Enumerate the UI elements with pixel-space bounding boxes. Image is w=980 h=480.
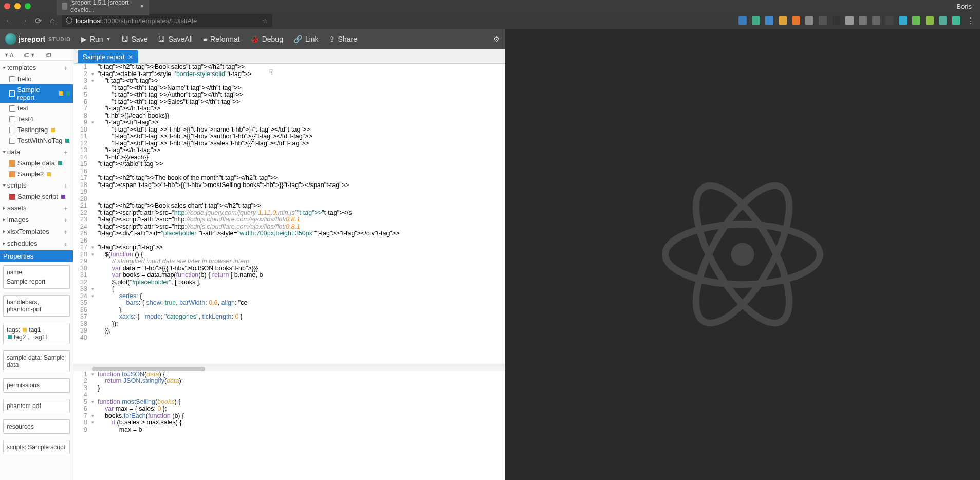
browser-tab[interactable]: jsreport 1.5.1 jsreport-develo... × [57, 0, 149, 15]
forward-button[interactable]: → [19, 15, 29, 26]
ext-icon[interactable] [899, 16, 907, 25]
ext-icon[interactable] [859, 16, 867, 25]
tree-item-testingtag[interactable]: Testingtag [0, 124, 73, 135]
ext-icon[interactable] [952, 16, 960, 25]
debug-button[interactable]: 🐞 Debug [250, 35, 283, 43]
sidebar-filter-tabs: ▼A 🏷▼ 🏷 [0, 49, 73, 61]
file-icon [9, 76, 15, 82]
caret-icon [3, 67, 6, 69]
tree-group-images[interactable]: images+ [0, 214, 73, 226]
profile-name[interactable]: Boris [956, 3, 972, 10]
address-bar[interactable]: ⓘ localhost:3000/studio/templates/HJlslf… [62, 14, 272, 27]
save-button[interactable]: 🖫 Save [121, 35, 148, 43]
prop-engine[interactable]: handlebars, phantom-pdf [3, 295, 70, 317]
cursor-icon: ☟ [269, 69, 273, 76]
file-icon [9, 116, 15, 122]
plus-icon[interactable]: + [64, 241, 70, 247]
tree-group-templates[interactable]: templates+ [0, 62, 73, 73]
plus-icon[interactable]: + [64, 229, 70, 235]
tree-item-hello[interactable]: hello [0, 73, 73, 84]
devtools-panel[interactable] [505, 29, 980, 480]
settings-button[interactable]: ⚙ [493, 35, 500, 43]
reformat-button[interactable]: ≡ Reformat [203, 35, 240, 43]
tree-group-schedules[interactable]: schedules+ [0, 237, 73, 249]
tree-group-assets[interactable]: assets+ [0, 202, 73, 214]
plus-icon[interactable]: + [64, 65, 70, 71]
tree-group-data[interactable]: data+ [0, 146, 73, 158]
prop-sampledata[interactable]: sample data: Sample data [3, 350, 70, 372]
close-tab-icon[interactable]: × [140, 3, 144, 10]
plus-icon[interactable]: + [64, 217, 70, 223]
back-button[interactable]: ← [4, 15, 14, 26]
tree-item-sample-data[interactable]: Sample data [0, 158, 73, 169]
home-button[interactable]: ⌂ [47, 15, 58, 26]
prop-permissions[interactable]: permissions [3, 378, 70, 393]
caret-icon [3, 184, 6, 187]
window-controls[interactable] [4, 3, 31, 9]
data-icon [9, 160, 15, 167]
filter-alpha[interactable]: ▼A [4, 52, 13, 58]
ext-icon[interactable] [832, 16, 840, 25]
editor-tab-sample-report[interactable]: Sample report ✕ [78, 50, 138, 63]
titlebar: jsreport 1.5.1 jsreport-develo... × Bori… [0, 0, 980, 12]
prop-phantom[interactable]: phantom pdf [3, 399, 70, 413]
tree-item-testwithnotag[interactable]: TestWithNoTag [0, 135, 73, 146]
svg-point-0 [731, 243, 754, 266]
maximize-window-icon[interactable] [25, 3, 31, 9]
file-icon [9, 90, 15, 97]
code-editor-helpers[interactable]: 1▾function toJSON(data) {2 return JSON.s… [73, 371, 505, 480]
tag-icon [58, 161, 62, 165]
file-icon [9, 127, 15, 133]
prop-tags[interactable]: tags: tag1, tag2, tag1l [3, 323, 70, 344]
plus-icon[interactable]: + [64, 182, 70, 189]
tag-icon [8, 335, 12, 339]
close-window-icon[interactable] [4, 3, 10, 9]
share-button[interactable]: ⇪ Share [329, 35, 357, 43]
close-icon[interactable]: ✕ [128, 53, 133, 61]
tree-group-scripts[interactable]: scripts+ [0, 179, 73, 191]
tag-icon [23, 328, 27, 332]
horizontal-scrollbar[interactable] [73, 367, 505, 371]
prop-name[interactable]: name Sample report [3, 265, 70, 289]
logo-icon [5, 33, 16, 45]
ext-icon[interactable] [779, 16, 787, 25]
tree-item-sample2[interactable]: Sample2 [0, 169, 73, 179]
menu-icon[interactable]: ⋮ [966, 15, 976, 26]
ext-icon[interactable] [926, 16, 934, 25]
ext-icon[interactable] [912, 16, 920, 25]
tree-item-test[interactable]: test [0, 103, 73, 114]
prop-resources[interactable]: resources [3, 419, 70, 434]
ext-icon[interactable] [939, 16, 947, 25]
ext-icon[interactable] [765, 16, 773, 25]
star-icon[interactable]: ☆ [262, 17, 268, 25]
ext-icon[interactable] [872, 16, 880, 25]
filter-tags-icon[interactable]: 🏷 [45, 52, 51, 58]
filter-tag[interactable]: 🏷▼ [24, 52, 35, 58]
ext-icon[interactable] [819, 16, 827, 25]
ext-icon[interactable] [805, 16, 813, 25]
ext-icon[interactable] [738, 16, 747, 25]
tree-group-xlsx[interactable]: xlsxTemplates+ [0, 226, 73, 237]
tree-item-test4[interactable]: Test4 [0, 114, 73, 124]
reload-button[interactable]: ⟳ [33, 15, 43, 26]
ext-icon[interactable] [752, 16, 760, 25]
tree-item-sample-script[interactable]: Sample script [0, 191, 73, 202]
code-editor-template[interactable]: ☟ 1"t-tag"><h2"t-tag">>Book sales"t-tag"… [73, 64, 505, 367]
plus-icon[interactable]: + [64, 205, 70, 211]
run-button[interactable]: ▶ Run ▼ [81, 35, 111, 43]
ext-icon[interactable] [845, 16, 854, 25]
tag-icon [65, 139, 69, 143]
saveall-button[interactable]: 🖫 SaveAll [158, 35, 192, 43]
tag-icon [66, 91, 70, 96]
link-button[interactable]: 🔗 Link [293, 35, 319, 43]
prop-scripts[interactable]: scripts: Sample script [3, 440, 70, 454]
minimize-window-icon[interactable] [14, 3, 21, 9]
ext-icon[interactable] [792, 16, 800, 25]
chevron-down-icon: ▼ [106, 36, 111, 42]
ext-icon[interactable] [885, 16, 894, 25]
tree-item-sample-report[interactable]: Sample report [0, 84, 73, 103]
plus-icon[interactable]: + [64, 149, 70, 155]
logo[interactable]: jsreport STUDIO [5, 33, 71, 45]
file-icon [9, 138, 15, 144]
info-icon[interactable]: ⓘ [66, 16, 72, 25]
